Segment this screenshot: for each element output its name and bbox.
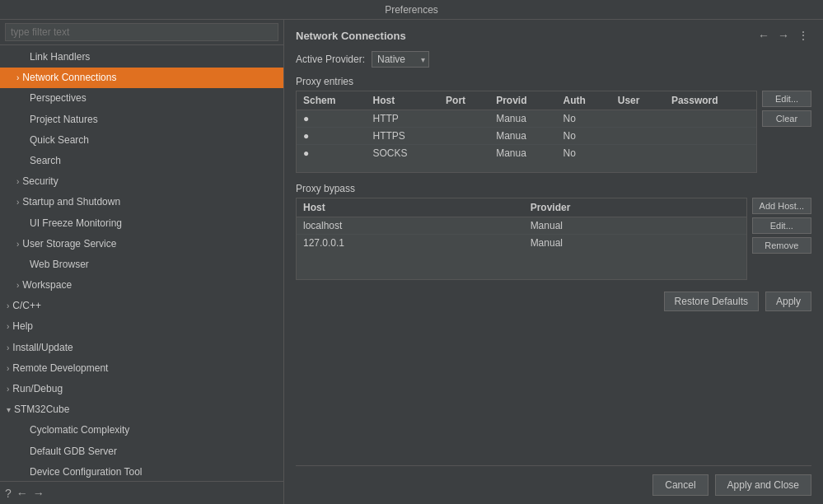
proxy-entries-table: SchemHostPortProvidAuthUserPassword●HTTP… [297, 91, 756, 161]
sidebar-item-security[interactable]: ›Security [0, 171, 283, 192]
nav-arrow-remote-dev: › [7, 362, 9, 376]
sidebar-item-label-perspectives: Perspectives [30, 92, 87, 104]
sidebar-item-label-device-config: Device Configuration Tool [30, 466, 143, 478]
proxy-bypass-outer: HostProviderlocalhostManual127.0.0.1Manu… [296, 198, 811, 280]
sidebar-item-user-storage[interactable]: ›User Storage Service [0, 234, 283, 254]
proxy-col-port: Port [439, 91, 489, 110]
nav-arrow-stm32cube: ▾ [7, 404, 11, 417]
right-panel: Network Connections ← → ⋮ Active Provide… [284, 20, 823, 504]
nav-arrow-install-update: › [7, 342, 9, 355]
sidebar-item-label-default-gdb: Default GDB Server [30, 446, 117, 457]
proxy-entries-table-wrap: SchemHostPortProvidAuthUserPassword●HTTP… [296, 91, 757, 173]
panel-header-icons: ← → ⋮ [755, 28, 811, 43]
sidebar-item-cyclomatic[interactable]: Cyclomatic Complexity [0, 420, 283, 441]
proxy-col-provid: Provid [489, 91, 556, 110]
table-row[interactable]: localhostManual [297, 217, 746, 235]
sidebar-item-label-search: Search [30, 155, 61, 166]
bypass-side-buttons: Add Host... Edit... Remove [752, 198, 811, 280]
sidebar-item-device-config[interactable]: Device Configuration Tool [0, 462, 283, 481]
nav-arrow-user-storage: › [16, 238, 19, 251]
filter-box [0, 20, 283, 45]
forward-nav-button[interactable]: → [775, 28, 792, 43]
proxy-col-schem: Schem [297, 91, 367, 110]
edit-proxy-button[interactable]: Edit... [762, 91, 811, 107]
apply-button[interactable]: Apply [765, 292, 811, 311]
title-bar: Preferences [0, 0, 823, 20]
apply-close-button[interactable]: Apply and Close [715, 474, 811, 496]
edit-bypass-button[interactable]: Edit... [752, 217, 811, 234]
sidebar-item-workspace[interactable]: ›Workspace [0, 275, 283, 296]
nav-list: Link Handlers›Network ConnectionsPerspec… [0, 45, 283, 481]
back-icon[interactable]: ← [16, 487, 28, 500]
back-nav-button[interactable]: ← [755, 28, 772, 43]
sidebar-item-network-connections[interactable]: ›Network Connections [0, 68, 283, 88]
sidebar-item-perspectives[interactable]: Perspectives [0, 88, 283, 109]
menu-button[interactable]: ⋮ [795, 28, 811, 43]
bypass-col-host: Host [297, 198, 524, 217]
sidebar-item-stm32cube[interactable]: ▾STM32Cube [0, 399, 283, 420]
left-panel: Link Handlers›Network ConnectionsPerspec… [0, 20, 284, 504]
sidebar-item-web-browser[interactable]: Web Browser [0, 254, 283, 275]
sidebar-item-cpp[interactable]: ›C/C++ [0, 296, 283, 316]
sidebar-item-label-link-handlers: Link Handlers [30, 51, 90, 63]
help-icon[interactable]: ? [5, 487, 12, 500]
restore-defaults-button[interactable]: Restore Defaults [664, 292, 759, 311]
proxy-bypass-section: Proxy bypass HostProviderlocalhostManual… [296, 183, 811, 280]
sidebar-item-remote-dev[interactable]: ›Remote Development [0, 358, 283, 379]
filter-input[interactable] [5, 23, 278, 41]
proxy-entries-label: Proxy entries [296, 76, 811, 87]
sidebar-item-ui-freeze[interactable]: UI Freeze Monitoring [0, 213, 283, 234]
provider-select[interactable]: DirectManualNative [372, 51, 429, 68]
sidebar-item-label-install-update: Install/Update [12, 342, 72, 353]
forward-icon[interactable]: → [33, 487, 44, 500]
bottom-buttons: Cancel Apply and Close [296, 465, 811, 496]
proxy-table-area: SchemHostPortProvidAuthUserPassword●HTTP… [296, 91, 757, 173]
apply-row: Restore Defaults Apply [296, 288, 811, 316]
sidebar-item-quick-search[interactable]: Quick Search [0, 130, 283, 151]
cancel-button[interactable]: Cancel [652, 474, 708, 496]
sidebar-item-help[interactable]: ›Help [0, 316, 283, 337]
sidebar-item-label-startup-shutdown: Startup and Shutdown [22, 196, 120, 208]
proxy-col-user: User [611, 91, 665, 110]
provider-row: Active Provider: DirectManualNative [296, 51, 811, 68]
proxy-entries-section: Proxy entries SchemHostPortProvidAuthUse… [296, 76, 811, 173]
sidebar-item-label-quick-search: Quick Search [30, 134, 89, 146]
nav-arrow-security: › [16, 175, 19, 189]
sidebar-item-link-handlers[interactable]: Link Handlers [0, 47, 283, 68]
proxy-entries-buttons: Edit... Clear [762, 91, 811, 173]
provider-select-wrapper: DirectManualNative [372, 51, 429, 68]
proxy-bypass-label: Proxy bypass [296, 183, 811, 194]
remove-bypass-button[interactable]: Remove [752, 237, 811, 254]
nav-arrow-run-debug: › [7, 383, 9, 396]
nav-arrow-cpp: › [7, 300, 9, 313]
sidebar-item-label-ui-freeze: UI Freeze Monitoring [30, 217, 122, 229]
table-row[interactable]: ●HTTPSManuaNo [297, 128, 756, 145]
sidebar-item-label-web-browser: Web Browser [30, 259, 89, 270]
table-row[interactable]: ●HTTPManuaNo [297, 110, 756, 128]
left-bottom: ? ← → [0, 481, 283, 504]
sidebar-item-startup-shutdown[interactable]: ›Startup and Shutdown [0, 192, 283, 212]
proxy-bypass-table: HostProviderlocalhostManual127.0.0.1Manu… [297, 198, 746, 251]
sidebar-item-label-project-natures: Project Natures [30, 114, 98, 125]
bypass-table-area: HostProviderlocalhostManual127.0.0.1Manu… [296, 198, 747, 280]
nav-arrow-network-connections: › [16, 72, 19, 85]
sidebar-item-default-gdb[interactable]: Default GDB Server [0, 441, 283, 462]
clear-proxy-button[interactable]: Clear [762, 110, 811, 127]
sidebar-item-label-security: Security [22, 175, 58, 187]
add-host-button[interactable]: Add Host... [752, 198, 811, 214]
sidebar-item-label-workspace: Workspace [22, 279, 72, 291]
table-row[interactable]: ●SOCKSManuaNo [297, 145, 756, 162]
sidebar-item-label-help: Help [12, 320, 33, 332]
sidebar-item-search[interactable]: Search [0, 151, 283, 171]
sidebar-item-label-stm32cube: STM32Cube [14, 404, 69, 415]
provider-label: Active Provider: [296, 54, 365, 65]
table-row[interactable]: 127.0.0.1Manual [297, 235, 746, 252]
sidebar-item-project-natures[interactable]: Project Natures [0, 110, 283, 130]
sidebar-item-label-cyclomatic: Cyclomatic Complexity [30, 424, 129, 436]
panel-header: Network Connections ← → ⋮ [296, 28, 811, 43]
nav-arrow-help: › [7, 320, 9, 334]
sidebar-item-run-debug[interactable]: ›Run/Debug [0, 379, 283, 399]
title-label: Preferences [385, 4, 438, 16]
sidebar-item-label-remote-dev: Remote Development [12, 362, 108, 374]
sidebar-item-install-update[interactable]: ›Install/Update [0, 338, 283, 358]
